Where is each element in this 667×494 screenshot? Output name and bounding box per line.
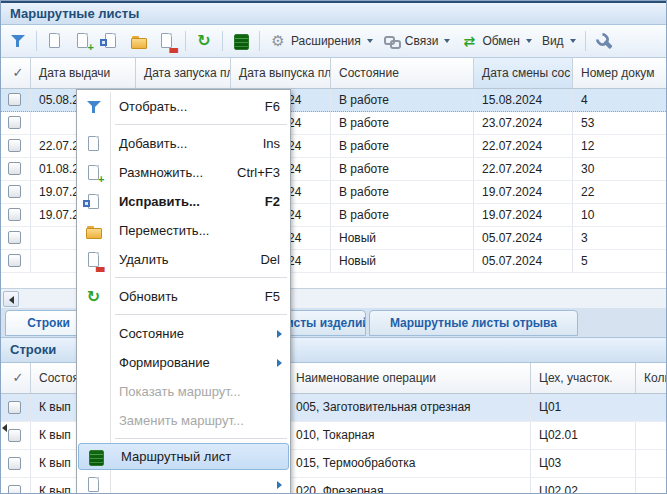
check-icon: ✓: [9, 369, 27, 387]
move-folder-icon: [130, 32, 148, 50]
grid-cell: Новый: [331, 250, 474, 272]
menu-item-отобрать-[interactable]: Отобрать...F6: [77, 92, 290, 121]
toolbar-button-12[interactable]: ⚙Расширения: [265, 30, 377, 52]
checkbox[interactable]: [8, 254, 21, 267]
chevron-down-icon: [444, 39, 450, 43]
menu-item-исправить-[interactable]: Исправить...F2: [77, 187, 290, 216]
checkbox[interactable]: [8, 162, 21, 175]
toolbar: +▃↻⚙РасширенияСвязи⇄ОбменВид: [1, 25, 667, 58]
toolbar-button-refresh-icon[interactable]: ↻: [191, 30, 217, 52]
column-header-Цех, участок.[interactable]: Цех, участок.: [531, 363, 636, 393]
column-header-Дата выдачи[interactable]: Дата выдачи: [31, 58, 136, 88]
grid-cell: 4: [573, 89, 667, 111]
route-sheets-grid-header: ✓Дата выдачиДата запуска плДата выпуска …: [1, 58, 667, 89]
menu-separator: [77, 311, 290, 319]
checkbox[interactable]: [8, 116, 21, 129]
scroll-left-icon[interactable]: [3, 291, 19, 307]
excel-icon: [232, 32, 250, 50]
checkbox[interactable]: [8, 208, 21, 221]
menu-item-partial[interactable]: [77, 470, 290, 494]
checkbox[interactable]: [8, 457, 21, 470]
toolbar-button-15[interactable]: Вид: [538, 32, 580, 50]
toolbar-button-move-folder-icon[interactable]: [126, 30, 152, 52]
row-checkbox[interactable]: [1, 181, 31, 203]
toolbar-button-label: Вид: [542, 34, 564, 48]
menu-item-добавить-[interactable]: Добавить...Ins: [77, 129, 290, 158]
column-header-check[interactable]: ✓: [1, 58, 31, 88]
row-checkbox[interactable]: [1, 250, 31, 272]
grid-cell: В работе: [331, 158, 474, 180]
toolbar-button-edit-document-icon[interactable]: [98, 30, 124, 52]
context-menu: Отобрать...F6Добавить...Ins+Размножить..…: [76, 89, 291, 494]
menu-item-label: Заменить маршрут...: [110, 413, 290, 428]
menu-item-icon-slot: [77, 98, 110, 116]
row-checkbox[interactable]: [1, 394, 31, 421]
grid-cell: [636, 478, 667, 494]
grid-cell: 10: [573, 204, 667, 226]
submenu-arrow-icon: [277, 481, 282, 489]
menu-item-shortcut: Ctrl+F3: [237, 165, 290, 180]
menu-item-icon-slot: [79, 448, 112, 466]
toolbar-button-14[interactable]: ⇄Обмен: [456, 30, 536, 52]
menu-item-shortcut: Ins: [263, 136, 290, 151]
gear-icon: ⚙: [269, 32, 287, 50]
menu-item-формирование[interactable]: Формирование: [77, 348, 290, 377]
checkbox[interactable]: [8, 231, 21, 244]
column-header-check[interactable]: ✓: [1, 363, 31, 393]
row-checkbox[interactable]: [1, 204, 31, 226]
row-checkbox[interactable]: [1, 478, 31, 494]
menu-item-размножить-[interactable]: +Размножить...Ctrl+F3: [77, 158, 290, 187]
route-sheets-window: Маршрутные листы +▃↻⚙РасширенияСвязи⇄Обм…: [0, 0, 667, 494]
column-header-Колич[interactable]: Колич: [636, 363, 667, 393]
menu-item-label: Отобрать...: [110, 99, 265, 114]
checkbox[interactable]: [8, 485, 21, 494]
menu-item-удалить[interactable]: ▃УдалитьDel: [77, 245, 290, 274]
menu-item-label: Переместить...: [110, 223, 290, 238]
row-checkbox[interactable]: [1, 227, 31, 249]
tab-otryva[interactable]: Маршрутные листы отрыва: [369, 310, 578, 336]
new-document-icon: [85, 135, 103, 153]
menu-item-переместить-[interactable]: Переместить...: [77, 216, 290, 245]
toolbar-button-13[interactable]: Связи: [379, 30, 455, 52]
grid-cell: 010, Токарная: [288, 422, 531, 449]
row-checkbox[interactable]: [1, 158, 31, 180]
toolbar-button-new-document-icon[interactable]: [42, 30, 68, 52]
grid-cell: В работе: [331, 135, 474, 157]
checkbox[interactable]: [8, 401, 21, 414]
column-header-Дата выпуска план..[interactable]: Дата выпуска план..: [231, 58, 331, 88]
row-checkbox[interactable]: [1, 89, 31, 111]
splitter-collapse-icon[interactable]: [1, 422, 8, 434]
refresh-icon: ↻: [195, 32, 213, 50]
toolbar-button-duplicate-document-icon[interactable]: +: [70, 30, 96, 52]
checkbox[interactable]: [8, 139, 21, 152]
row-checkbox[interactable]: [1, 135, 31, 157]
menu-item-состояние[interactable]: Состояние: [77, 319, 290, 348]
grid-cell: 22: [573, 181, 667, 203]
row-checkbox[interactable]: [1, 450, 31, 477]
toolbar-button-filter-icon[interactable]: [5, 30, 31, 52]
grid-cell: 22.07.2024: [474, 158, 573, 180]
column-header-Дата запуска пл[interactable]: Дата запуска пл: [136, 58, 231, 88]
column-header-Наименование операции[interactable]: Наименование операции: [288, 363, 531, 393]
checkbox[interactable]: [8, 429, 21, 442]
toolbar-separator: [222, 31, 223, 51]
grid-cell: 12: [573, 135, 667, 157]
toolbar-button-excel-icon[interactable]: [228, 30, 254, 52]
row-checkbox[interactable]: [1, 112, 31, 134]
checkbox[interactable]: [8, 93, 21, 106]
menu-item-маршрутный-лист[interactable]: Маршрутный лист: [78, 443, 289, 470]
menu-item-обновить[interactable]: ↻ОбновитьF5: [77, 282, 290, 311]
column-header-Состояние[interactable]: Состояние: [331, 58, 474, 88]
menu-item-label: Состояние: [110, 326, 277, 341]
toolbar-button-delete-document-icon[interactable]: ▃: [154, 30, 180, 52]
exchange-icon: ⇄: [460, 32, 478, 50]
column-header-Номер докум[interactable]: Номер докум: [573, 58, 667, 88]
checkbox[interactable]: [8, 185, 21, 198]
grid-cell: 5: [573, 250, 667, 272]
menu-separator: [77, 435, 290, 443]
toolbar-button-wrench-icon[interactable]: [591, 30, 617, 52]
grid-cell: 05.07.2024: [474, 227, 573, 249]
submenu-arrow-icon: [277, 359, 282, 367]
column-header-Дата смены сос[interactable]: Дата смены сос: [474, 58, 573, 88]
grid-cell: В работе: [331, 112, 474, 134]
